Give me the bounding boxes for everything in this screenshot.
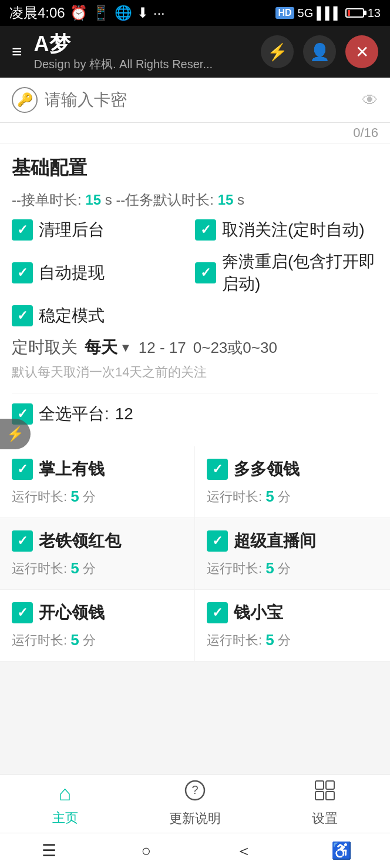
platform-name-1: 多多领钱 xyxy=(234,458,300,480)
nav-item-home[interactable]: ⌂ 主页 xyxy=(0,775,130,833)
app-icon-2: 🌐 xyxy=(115,5,132,21)
checkbox-crash-restart-label: 奔溃重启(包含打开即启动) xyxy=(222,251,378,295)
nav-item-update[interactable]: ? 更新说明 xyxy=(130,774,260,833)
platform-header-3: 超级直播间 xyxy=(207,530,378,552)
platform-checkbox-0[interactable] xyxy=(12,459,33,480)
runtime-value-5: 5 xyxy=(265,631,274,649)
runtime-unit-5: 分 xyxy=(278,632,291,649)
password-section: 🔑 👁 xyxy=(0,78,390,123)
checkbox-item-clean-bg[interactable]: 清理后台 xyxy=(12,219,195,241)
runtime-value-2: 5 xyxy=(70,559,79,577)
runtime-label-3: 运行时长: xyxy=(207,560,262,577)
platform-checkbox-1[interactable] xyxy=(207,459,228,480)
platform-header-2: 老铁领红包 xyxy=(12,530,183,552)
checkbox-auto-withdraw[interactable] xyxy=(12,262,33,283)
timer-label: 定时取关 xyxy=(12,336,78,359)
menu-icon[interactable]: ≡ xyxy=(12,42,22,62)
platform-runtime-0: 运行时长: 5 分 xyxy=(12,488,183,506)
timer-freq-dropdown[interactable]: 每天 ▼ xyxy=(85,336,132,359)
password-input[interactable] xyxy=(45,91,362,109)
platform-checkbox-4[interactable] xyxy=(12,602,33,623)
battery-icon xyxy=(345,8,364,18)
checkbox-stable-label: 稳定模式 xyxy=(39,305,105,327)
checkbox-stable[interactable] xyxy=(12,305,33,326)
runtime-unit-4: 分 xyxy=(83,632,96,649)
platform-name-3: 超级直播间 xyxy=(234,530,316,552)
runtime-value-0: 5 xyxy=(70,488,79,506)
checkbox-cancel-follow-label: 取消关注(定时自动) xyxy=(222,219,365,241)
battery-percent: 13 xyxy=(368,6,381,20)
timer-range: 12 - 17 xyxy=(139,339,186,357)
charge-icon: ⚡ xyxy=(267,42,288,62)
dropdown-arrow-icon: ▼ xyxy=(120,341,132,355)
nav-label-home: 主页 xyxy=(52,809,78,827)
floating-action-button[interactable]: ⚡ xyxy=(0,419,31,449)
runtime-value-4: 5 xyxy=(70,631,79,649)
sys-menu-btn[interactable]: ☰ xyxy=(31,838,66,864)
runtime-unit-0: 分 xyxy=(83,488,96,506)
platform-card-1: 多多领钱 运行时长: 5 分 xyxy=(195,446,390,518)
checkbox-crash-restart[interactable] xyxy=(195,262,216,283)
floating-icon: ⚡ xyxy=(6,426,24,442)
app-title: A梦 xyxy=(34,31,249,56)
checkbox-grid: 清理后台 取消关注(定时自动) 自动提现 奔溃重启(包含打开即启动) 稳定模式 xyxy=(12,219,378,327)
checkbox-cancel-follow[interactable] xyxy=(195,219,216,241)
signal-5g: 5G xyxy=(298,6,314,20)
lock-icon: 🔑 xyxy=(12,87,38,113)
home-icon: ⌂ xyxy=(59,781,72,806)
nav-label-settings: 设置 xyxy=(312,810,338,827)
all-select-count: 12 xyxy=(115,405,133,423)
platform-card-3: 超级直播间 运行时长: 5 分 xyxy=(195,518,390,590)
platform-card-2: 老铁领红包 运行时长: 5 分 xyxy=(0,518,195,590)
platform-checkbox-3[interactable] xyxy=(207,530,228,552)
checkbox-auto-withdraw-label: 自动提现 xyxy=(39,262,105,284)
section-title: 基础配置 xyxy=(12,155,378,181)
svg-rect-3 xyxy=(326,781,334,789)
task-time-unit: s xyxy=(237,192,244,208)
user-icon: 👤 xyxy=(310,42,330,62)
checkbox-item-stable[interactable]: 稳定模式 xyxy=(12,305,378,327)
nav-item-settings[interactable]: 设置 xyxy=(260,774,390,833)
close-button[interactable]: ✕ xyxy=(345,35,378,68)
settings-icon xyxy=(314,780,335,806)
sys-accessibility-btn[interactable]: ♿ xyxy=(324,838,359,864)
checkbox-clean-bg[interactable] xyxy=(12,219,33,241)
runtime-label-4: 运行时长: xyxy=(12,632,67,649)
platform-name-2: 老铁领红包 xyxy=(39,530,121,552)
char-counter: 0/16 xyxy=(353,125,378,140)
runtime-label-1: 运行时长: xyxy=(207,488,262,506)
sys-back-btn[interactable]: ＜ xyxy=(226,838,261,864)
checkbox-item-cancel-follow[interactable]: 取消关注(定时自动) xyxy=(195,219,378,241)
runtime-value-3: 5 xyxy=(265,559,274,577)
sys-home-btn[interactable]: ○ xyxy=(129,838,164,864)
task-time-value: 15 xyxy=(218,192,234,208)
platform-header-5: 钱小宝 xyxy=(207,602,378,624)
status-time: 凌晨4:06 xyxy=(9,4,65,22)
runtime-unit-3: 分 xyxy=(278,560,291,577)
platform-checkbox-5[interactable] xyxy=(207,602,228,623)
more-icon: ··· xyxy=(153,5,165,21)
sys-nav: ☰ ○ ＜ ♿ xyxy=(0,833,390,868)
checkbox-item-auto-withdraw[interactable]: 自动提现 xyxy=(12,251,195,295)
timer-hint: 默认每天取消一次14天之前的关注 xyxy=(12,363,378,381)
receive-time-label: --接单时长: xyxy=(12,192,82,208)
charge-button[interactable]: ⚡ xyxy=(261,35,294,68)
timer-freq-value: 每天 xyxy=(85,336,117,359)
timer-range-hint: 0~23或0~30 xyxy=(193,338,277,358)
counter-bar: 0/16 xyxy=(0,123,390,143)
all-select-label: 全选平台: xyxy=(39,403,109,425)
platform-name-4: 开心领钱 xyxy=(39,602,105,624)
eye-toggle-icon[interactable]: 👁 xyxy=(362,91,378,110)
platform-header-4: 开心领钱 xyxy=(12,602,183,624)
app-icon-3: ⬇ xyxy=(137,5,149,21)
task-time-label: --任务默认时长: xyxy=(116,192,214,208)
update-icon: ? xyxy=(184,780,206,806)
platform-checkbox-2[interactable] xyxy=(12,530,33,552)
user-button[interactable]: 👤 xyxy=(303,35,336,68)
platform-card-4: 开心领钱 运行时长: 5 分 xyxy=(0,590,195,662)
checkbox-item-crash-restart[interactable]: 奔溃重启(包含打开即启动) xyxy=(195,251,378,295)
divider xyxy=(12,393,378,393)
platform-card-5: 钱小宝 运行时长: 5 分 xyxy=(195,590,390,662)
runtime-unit-2: 分 xyxy=(83,560,96,577)
app-subtitle: Design by 梓枫. All Rights Reser... xyxy=(34,56,249,72)
